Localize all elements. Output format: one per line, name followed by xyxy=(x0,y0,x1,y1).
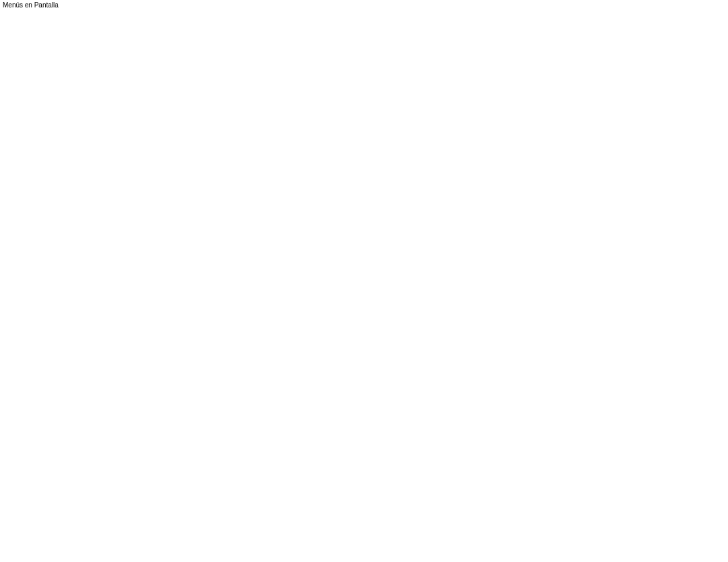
breadcrumb: Menús en Pantalla xyxy=(0,0,728,10)
